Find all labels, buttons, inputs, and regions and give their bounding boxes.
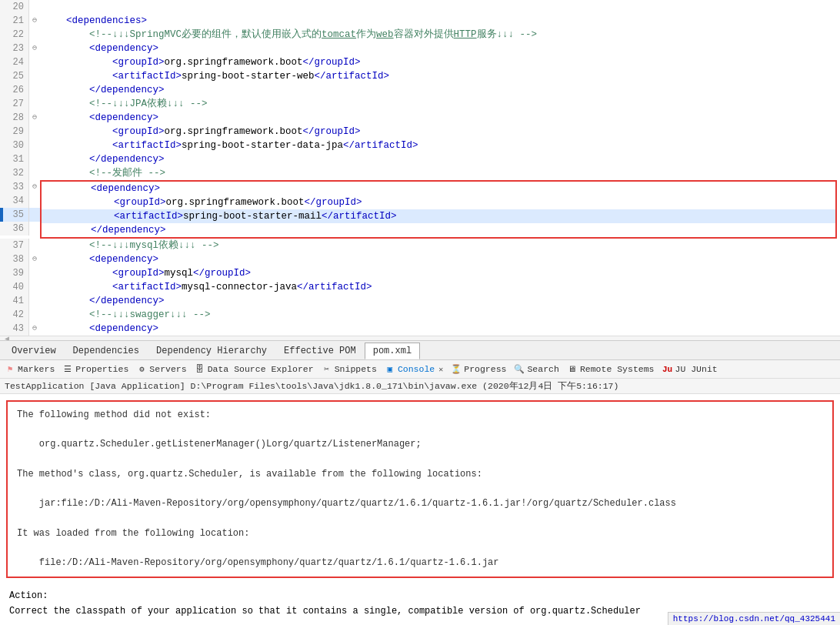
console-line-7: jar:file:/D:/Ali-Maven-Repository/org/op… [17,496,823,511]
editor-tabs: Overview Dependencies Dependency Hierarc… [0,340,840,360]
fold-marker[interactable]: ⊖ [29,42,40,55]
marker-icon: ⚑ [5,364,15,375]
code-line-31: 31 </dependency> [0,152,840,166]
toolbar-datasource[interactable]: 🗄 Data Source Explorer [195,364,314,375]
fold-marker [29,308,40,322]
line-number: 28 [0,111,29,125]
line-number: 30 [0,139,29,152]
line-number: 34 [0,194,29,208]
code-line-41: 41 </dependency> [0,294,840,308]
console-tab-close[interactable]: ✕ [438,365,443,374]
line-num-row-33: 33 ⊖ [0,180,40,194]
line-number: 24 [0,55,29,69]
code-line-29: 29 <groupId>org.springframework.boot</gr… [0,125,840,139]
line-num-row-36: 36 [0,222,40,236]
red-outline-content: <dependency> <groupId>org.springframewor… [40,180,837,239]
line-content: <artifactId>mysql-connector-java</artifa… [40,280,840,294]
fold-marker [29,83,40,97]
toolbar-console[interactable]: ▣ Console ✕ [385,364,443,375]
datasource-icon: 🗄 [195,364,205,375]
console-line-4 [17,453,823,467]
code-line-27: 27 <!--↓↓↓JPA依赖↓↓↓ --> [0,97,840,111]
line-content: </dependency> [40,83,840,97]
console-line-9: It was loaded from the following locatio… [17,526,823,541]
toolbar-search[interactable]: 🔍 Search [514,364,558,375]
line-number: 33 [0,180,29,194]
code-line-20: 20 [0,0,840,14]
fold-marker [29,152,40,166]
fold-marker[interactable]: ⊖ [29,252,40,266]
line-number: 35 [0,208,29,222]
red-box-section: 33 ⊖ 34 35 36 [0,180,840,239]
line-number: 37 [0,239,29,252]
scroll-left-btn[interactable]: ◀ [5,334,9,341]
line-number: 38 [0,252,29,266]
line-content: <groupId>org.springframework.boot</group… [40,55,840,69]
line-number: 21 [0,14,29,28]
line-content: <!--↓↓↓swagger↓↓↓ --> [40,308,840,322]
line-content: <!--↓↓↓JPA依赖↓↓↓ --> [40,97,840,111]
toolbar-search-label: Search [527,364,558,374]
tab-label: pom.xml [373,346,412,356]
tab-overview[interactable]: Overview [3,342,65,359]
line-content: <dependency> [40,42,840,55]
fold-marker [29,194,40,208]
fold-marker [29,139,40,152]
toolbar-properties[interactable]: ☰ Properties [62,364,128,375]
fold-marker [29,125,40,139]
line-content: <dependency> [40,111,840,125]
code-line-40: 40 <artifactId>mysql-connector-java</art… [0,280,840,294]
line-content: </dependency> [40,152,840,166]
toolbar-junit[interactable]: Ju JU JUnit [662,364,718,375]
tab-effective-pom[interactable]: Effective POM [275,342,365,359]
toolbar-markers[interactable]: ⚑ Markers [5,364,55,375]
code-line-24: 24 <groupId>org.springframework.boot</gr… [0,55,840,69]
tab-dependency-hierarchy[interactable]: Dependency Hierarchy [148,342,275,359]
line-content: </dependency> [40,294,840,308]
line-content: <!--发邮件 --> [40,166,840,180]
code-line-38: 38 ⊖ <dependency> [0,252,840,266]
fold-marker [29,222,40,236]
tab-label: Overview [12,346,56,356]
properties-icon: ☰ [62,364,73,375]
tab-dependencies[interactable]: Dependencies [65,342,148,359]
line-number: 39 [0,266,29,280]
code-line-28: 28 ⊖ <dependency> [0,111,840,125]
console-line-1: The following method did not exist: [17,408,823,423]
line-number: 41 [0,294,29,308]
tab-label: Dependency Hierarchy [156,346,267,356]
toolbar-remote-label: Remote Systems [580,364,655,374]
console-line-11: file:/D:/Ali-Maven-Repository/org/opensy… [17,556,823,570]
fold-marker[interactable]: ⊖ [29,180,40,194]
fold-marker[interactable] [29,0,40,14]
line-content [40,0,840,14]
action-title: Action: [9,590,831,601]
red-line-36: </dependency> [42,223,835,237]
tab-pom-xml[interactable]: pom.xml [365,343,420,359]
toolbar-snippets[interactable]: ✂ Snippets [322,364,377,375]
code-line-23: 23 ⊖ <dependency> [0,42,840,55]
tab-label: Dependencies [73,346,139,356]
remote-icon: 🖥 [567,364,578,375]
snippets-icon: ✂ [322,364,332,375]
fold-marker [29,239,40,252]
fold-marker [29,97,40,111]
console-line-2 [17,423,823,437]
toolbar-progress[interactable]: ⏳ Progress [451,364,506,375]
fold-marker [29,69,40,83]
line-number: 36 [0,222,29,236]
toolbar-remote[interactable]: 🖥 Remote Systems [567,364,655,375]
line-content: <groupId>org.springframework.boot</group… [40,125,840,139]
console-line-8 [17,511,823,526]
toolbar-servers[interactable]: ⚙ Servers [136,364,186,375]
junit-icon: Ju [662,364,673,375]
code-line-26: 26 </dependency> [0,83,840,97]
code-line-22: 22 <!--↓↓↓SpringMVC必要的组件，默认使用嵌入式的tomcat作… [0,28,840,42]
toolbar-snippets-label: Snippets [335,364,377,374]
fold-marker[interactable]: ⊖ [29,111,40,125]
selection-bar [0,208,3,222]
fold-marker [29,55,40,69]
fold-marker[interactable]: ⊖ [29,322,40,336]
fold-marker[interactable]: ⊖ [29,14,40,28]
console-output: The following method did not exist: org.… [6,400,834,578]
